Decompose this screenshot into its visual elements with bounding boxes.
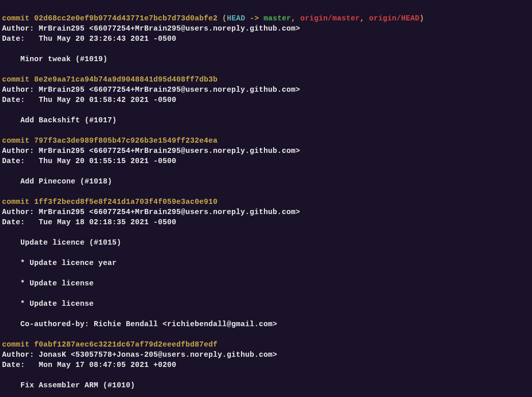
- date-label: Date:: [2, 218, 25, 226]
- commit-line: commit 8e2e9aa71ca94b74a9d9048841d95d408…: [2, 74, 532, 85]
- commit-message-line: [2, 288, 532, 299]
- commit-message-line: [2, 309, 532, 319]
- comma: ,: [291, 14, 300, 22]
- blank-line: [2, 44, 532, 54]
- author-line: Author: JonasK <53057578+Jonas-205@users…: [2, 350, 532, 360]
- date-line: Date: Tue May 18 02:18:35 2021 -0500: [2, 217, 532, 227]
- commit-message: Update licence (#1015): [20, 239, 121, 247]
- author-value: JonasK <53057578+Jonas-205@users.noreply…: [39, 351, 277, 359]
- date-label: Date:: [2, 35, 25, 43]
- commit-message: Add Backshift (#1017): [20, 116, 117, 124]
- date-label: Date:: [2, 157, 25, 165]
- commit-message-line: Minor tweak (#1019): [2, 54, 532, 64]
- author-label: Author:: [2, 86, 34, 94]
- date-line: Date: Thu May 20 01:55:15 2021 -0500: [2, 156, 532, 166]
- commit-message: Fix Assembler ARM (#1010): [20, 381, 135, 389]
- commit-label: commit: [2, 340, 30, 349]
- commit-label: commit: [2, 14, 30, 22]
- date-value: Thu May 20 01:55:15 2021 -0500: [39, 157, 176, 165]
- author-value: MrBrain295 <66077254+MrBrain295@users.no…: [39, 208, 300, 216]
- git-log: commit 02d68cc2e0ef9b9774d43771e7bcb7d73…: [2, 13, 532, 390]
- commit-message-line: Update licence (#1015): [2, 237, 532, 248]
- commit-line: commit 1ff3f2becd8f5e8f241d1a703f4f059e3…: [2, 197, 532, 207]
- commit-message-line: * Update license: [2, 278, 532, 288]
- author-value: MrBrain295 <66077254+MrBrain295@users.no…: [39, 24, 300, 33]
- commit-message: * Update licence year: [20, 259, 117, 267]
- author-line: Author: MrBrain295 <66077254+MrBrain295@…: [2, 23, 532, 34]
- commit-message-line: Add Pinecone (#1018): [2, 176, 532, 187]
- commit-line: commit 797f3ac3de989f805b47c926b3e1549ff…: [2, 136, 532, 146]
- commit-message: Minor tweak (#1019): [20, 55, 108, 63]
- author-value: MrBrain295 <66077254+MrBrain295@users.no…: [39, 147, 300, 155]
- commit-label: commit: [2, 75, 30, 84]
- date-line: Date: Thu May 20 01:58:42 2021 -0500: [2, 95, 532, 105]
- date-value: Thu May 20 01:58:42 2021 -0500: [39, 96, 176, 104]
- origin-head-ref: origin/HEAD: [369, 14, 419, 22]
- commit-message: Co-authored-by: Richie Bendall <richiebe…: [20, 320, 277, 328]
- date-label: Date:: [2, 361, 25, 369]
- commit-hash[interactable]: 1ff3f2becd8f5e8f241d1a703f4f059e3ac0e910: [34, 198, 218, 206]
- commit-message: * Update license: [20, 300, 94, 308]
- blank-line: [2, 187, 532, 197]
- author-line: Author: MrBrain295 <66077254+MrBrain295@…: [2, 207, 532, 217]
- commit-message-line: Add Backshift (#1017): [2, 115, 532, 125]
- open-paren: (: [222, 14, 227, 22]
- commit-hash[interactable]: 02d68cc2e0ef9b9774d43771e7bcb7d73d0abfe2: [34, 14, 218, 22]
- commit-message-line: * Update licence year: [2, 258, 532, 268]
- close-paren: ): [419, 14, 424, 22]
- author-line: Author: MrBrain295 <66077254+MrBrain295@…: [2, 146, 532, 156]
- date-value: Tue May 18 02:18:35 2021 -0500: [39, 218, 176, 226]
- date-line: Date: Mon May 17 08:47:05 2021 +0200: [2, 360, 532, 370]
- commit-message-line: [2, 268, 532, 278]
- arrow: ->: [250, 14, 259, 22]
- blank-line: [2, 64, 532, 74]
- blank-line: [2, 329, 532, 339]
- commit-message-line: Co-authored-by: Richie Bendall <richiebe…: [2, 319, 532, 329]
- commit-message: * Update license: [20, 279, 94, 287]
- author-label: Author:: [2, 351, 34, 359]
- commit-message-line: * Update license: [2, 299, 532, 309]
- blank-line: [2, 227, 532, 237]
- author-label: Author:: [2, 24, 34, 33]
- commit-message-line: Fix Assembler ARM (#1010): [2, 380, 532, 390]
- author-label: Author:: [2, 147, 34, 155]
- blank-line: [2, 125, 532, 136]
- commit-hash[interactable]: 797f3ac3de989f805b47c926b3e1549ff232e4ea: [34, 137, 218, 145]
- date-value: Thu May 20 23:26:43 2021 -0500: [39, 35, 176, 43]
- origin-master-ref: origin/master: [300, 14, 360, 22]
- commit-line: commit 02d68cc2e0ef9b9774d43771e7bcb7d73…: [2, 13, 532, 23]
- blank-line: [2, 105, 532, 115]
- blank-line: [2, 166, 532, 176]
- commit-message: Add Pinecone (#1018): [20, 177, 112, 186]
- author-label: Author:: [2, 208, 34, 216]
- commit-hash[interactable]: 8e2e9aa71ca94b74a9d9048841d95d408ff7db3b: [34, 75, 218, 84]
- commit-label: commit: [2, 137, 30, 145]
- commit-hash[interactable]: f0abf1287aec6c3221dc67af79d2eeedfbd87edf: [34, 340, 218, 349]
- author-value: MrBrain295 <66077254+MrBrain295@users.no…: [39, 86, 300, 94]
- date-value: Mon May 17 08:47:05 2021 +0200: [39, 361, 176, 369]
- commit-message-line: [2, 248, 532, 258]
- date-label: Date:: [2, 96, 25, 104]
- author-line: Author: MrBrain295 <66077254+MrBrain295@…: [2, 85, 532, 95]
- master-ref: master: [263, 14, 291, 22]
- commit-label: commit: [2, 198, 30, 206]
- blank-line: [2, 370, 532, 380]
- commit-line: commit f0abf1287aec6c3221dc67af79d2eeedf…: [2, 339, 532, 350]
- date-line: Date: Thu May 20 23:26:43 2021 -0500: [2, 34, 532, 44]
- comma: ,: [360, 14, 369, 22]
- head-ref: HEAD: [227, 14, 245, 22]
